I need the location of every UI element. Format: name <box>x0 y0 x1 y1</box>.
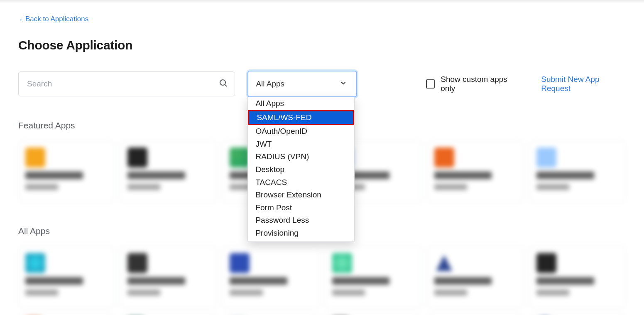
filter-option-radius-vpn[interactable]: RADIUS (VPN) <box>248 150 354 163</box>
app-card[interactable] <box>529 140 626 203</box>
controls-row: All Apps All Apps SAML/WS-FED OAuth/Open… <box>18 71 626 97</box>
show-custom-only-checkbox[interactable]: Show custom apps only <box>426 75 519 93</box>
filter-dropdown-wrap: All Apps All Apps SAML/WS-FED OAuth/Open… <box>247 71 357 97</box>
app-card[interactable] <box>18 140 115 203</box>
back-link-label: Back to Applications <box>25 15 88 23</box>
checkbox-box-icon <box>426 79 435 89</box>
all-apps-grid <box>18 246 626 308</box>
app-card[interactable] <box>120 246 217 308</box>
app-card[interactable] <box>223 246 319 308</box>
page-title: Choose Application <box>18 38 626 52</box>
filter-option-oauth-openid[interactable]: OAuth/OpenID <box>248 125 354 138</box>
filter-option-form-post[interactable]: Form Post <box>248 202 354 214</box>
back-to-applications-link[interactable]: ‹ Back to Applications <box>18 3 88 23</box>
search-input[interactable] <box>18 71 235 96</box>
search-wrap <box>18 71 235 96</box>
search-icon[interactable] <box>218 78 228 90</box>
svg-line-1 <box>225 84 227 86</box>
top-shadow <box>0 0 644 3</box>
filter-selected-label: All Apps <box>256 79 284 89</box>
app-card[interactable] <box>427 140 524 203</box>
app-card[interactable] <box>427 246 524 308</box>
filter-option-browser-extension[interactable]: Browser Extension <box>248 189 354 202</box>
filter-option-password-less[interactable]: Password Less <box>248 214 354 227</box>
filter-option-saml-ws-fed[interactable]: SAML/WS-FED <box>248 110 354 126</box>
app-card[interactable] <box>529 246 626 308</box>
app-card[interactable] <box>120 140 217 203</box>
submit-new-app-request-link[interactable]: Submit New App Request <box>541 75 626 93</box>
filter-option-desktop[interactable]: Desktop <box>248 163 354 176</box>
filter-dropdown-menu: All Apps SAML/WS-FED OAuth/OpenID JWT RA… <box>247 97 355 242</box>
filter-option-provisioning[interactable]: Provisioning <box>248 227 354 240</box>
chevron-left-icon: ‹ <box>20 16 22 23</box>
app-card[interactable] <box>325 246 421 308</box>
page-content: ‹ Back to Applications Choose Applicatio… <box>0 3 644 315</box>
app-card[interactable] <box>18 246 115 308</box>
filter-option-all-apps[interactable]: All Apps <box>248 97 354 110</box>
svg-point-0 <box>220 80 225 85</box>
filter-option-tacacs[interactable]: TACACS <box>248 176 354 189</box>
filter-select[interactable]: All Apps <box>247 71 357 97</box>
checkbox-label: Show custom apps only <box>441 75 519 93</box>
filter-option-jwt[interactable]: JWT <box>248 138 354 151</box>
chevron-down-icon <box>340 79 347 89</box>
